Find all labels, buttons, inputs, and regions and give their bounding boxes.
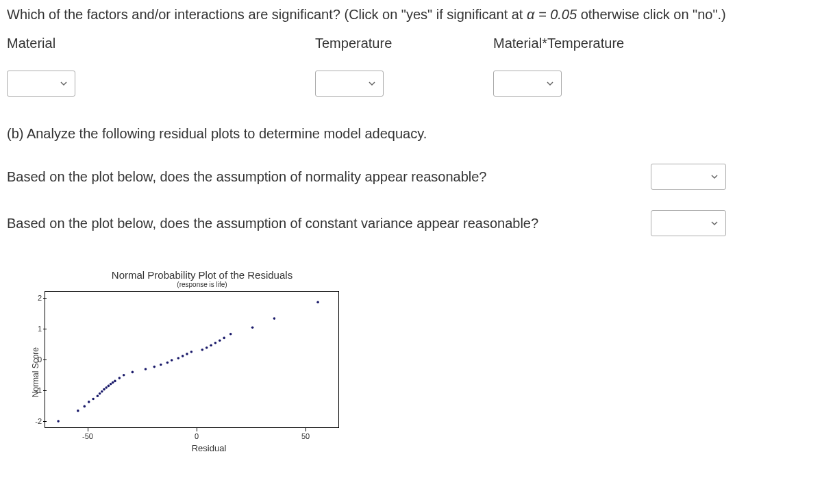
scatter-plot bbox=[45, 291, 339, 428]
question-normality: Based on the plot below, does the assump… bbox=[7, 169, 486, 185]
svg-point-6 bbox=[99, 392, 101, 395]
dropdown-material[interactable] bbox=[7, 71, 75, 97]
svg-point-17 bbox=[145, 368, 147, 370]
svg-point-12 bbox=[112, 381, 114, 384]
question-normality-row: Based on the plot below, does the assump… bbox=[7, 164, 726, 190]
label-temperature: Temperature bbox=[315, 36, 493, 51]
svg-point-5 bbox=[97, 394, 99, 397]
svg-point-22 bbox=[177, 357, 180, 360]
svg-point-19 bbox=[160, 364, 162, 366]
x-tick-50: 50 bbox=[301, 432, 310, 440]
svg-point-13 bbox=[114, 380, 116, 383]
x-axis-label: Residual bbox=[65, 443, 353, 453]
alpha-expression: α = 0.05 bbox=[527, 7, 577, 22]
dropdown-interaction[interactable] bbox=[493, 71, 562, 97]
svg-point-26 bbox=[201, 349, 204, 351]
svg-point-3 bbox=[88, 401, 90, 403]
chart-normal-probability: Normal Probability Plot of the Residuals… bbox=[31, 269, 387, 453]
svg-point-1 bbox=[77, 410, 79, 412]
svg-point-33 bbox=[251, 326, 254, 329]
chart-subtitle: (response is life) bbox=[65, 281, 339, 288]
svg-point-2 bbox=[84, 405, 86, 408]
svg-point-28 bbox=[210, 344, 212, 347]
y-tick-n1: -1 bbox=[29, 386, 42, 394]
svg-point-35 bbox=[316, 301, 319, 303]
svg-point-15 bbox=[123, 374, 125, 377]
svg-point-11 bbox=[110, 383, 112, 386]
svg-point-21 bbox=[171, 359, 173, 362]
x-tick-n50: -50 bbox=[82, 432, 93, 440]
x-tick-0: 0 bbox=[195, 432, 199, 440]
svg-point-18 bbox=[153, 366, 156, 368]
y-tick-2: 2 bbox=[29, 294, 42, 302]
dropdown-temperature[interactable] bbox=[315, 71, 384, 97]
svg-point-14 bbox=[119, 377, 121, 379]
label-interaction: Material*Temperature bbox=[493, 36, 699, 51]
dropdown-normality[interactable] bbox=[651, 164, 726, 190]
y-tick-n2: -2 bbox=[29, 417, 42, 425]
question-variance: Based on the plot below, does the assump… bbox=[7, 216, 538, 231]
question-significance: Which of the factors and/or interactions… bbox=[7, 5, 815, 23]
x-ticks: -50 0 50 bbox=[45, 428, 353, 442]
svg-point-8 bbox=[103, 388, 105, 391]
svg-point-0 bbox=[57, 420, 60, 423]
svg-point-10 bbox=[108, 385, 110, 388]
question-prefix: Which of the factors and/or interactions… bbox=[7, 7, 527, 22]
svg-point-4 bbox=[92, 398, 95, 401]
chart-title: Normal Probability Plot of the Residuals bbox=[65, 269, 339, 281]
svg-point-27 bbox=[206, 346, 208, 349]
svg-point-20 bbox=[166, 362, 169, 364]
svg-point-29 bbox=[214, 342, 217, 344]
dropdown-variance[interactable] bbox=[651, 210, 726, 236]
question-variance-row: Based on the plot below, does the assump… bbox=[7, 210, 726, 236]
svg-point-16 bbox=[132, 371, 134, 374]
y-tick-0: 0 bbox=[29, 355, 42, 364]
svg-point-25 bbox=[190, 351, 193, 353]
svg-point-7 bbox=[101, 390, 103, 393]
svg-point-24 bbox=[186, 353, 188, 355]
label-material: Material bbox=[7, 36, 315, 51]
svg-point-32 bbox=[229, 333, 232, 336]
y-tick-1: 1 bbox=[29, 325, 42, 333]
question-suffix: otherwise click on "no".) bbox=[577, 7, 726, 22]
svg-point-30 bbox=[219, 340, 221, 342]
factors-row: Material Temperature Material*Temperatur… bbox=[7, 36, 815, 97]
svg-point-9 bbox=[105, 386, 108, 389]
svg-point-31 bbox=[223, 337, 225, 340]
section-b-text: (b) Analyze the following residual plots… bbox=[7, 124, 815, 143]
svg-point-23 bbox=[182, 355, 184, 357]
svg-point-34 bbox=[273, 317, 276, 320]
